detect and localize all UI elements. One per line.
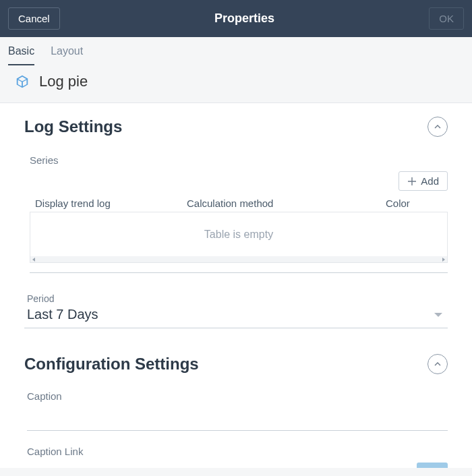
log-settings-title: Log Settings <box>24 117 122 136</box>
caption-input[interactable] <box>27 407 448 431</box>
chevron-up-icon <box>434 123 441 130</box>
collapse-log-settings-button[interactable] <box>427 117 448 137</box>
collapse-config-settings-button[interactable] <box>427 354 448 374</box>
object-title-row: Log pie <box>0 66 472 102</box>
series-block: Series Add Display trend log Calculation… <box>30 154 448 273</box>
table-horizontal-scrollbar[interactable] <box>30 256 448 263</box>
plus-icon <box>407 177 417 186</box>
tab-bar: Basic Layout <box>0 37 472 66</box>
tab-layout[interactable]: Layout <box>51 37 83 65</box>
col-display-trend-log: Display trend log <box>35 198 187 209</box>
ok-button[interactable]: OK <box>429 7 464 30</box>
caption-field: Caption <box>27 390 448 431</box>
period-field: Period Last 7 Days <box>24 285 448 328</box>
col-color: Color <box>386 198 442 209</box>
null-button[interactable]: Null <box>417 463 448 468</box>
caption-label: Caption <box>27 390 448 402</box>
caption-link-field: Caption Link Null <box>27 446 448 468</box>
tab-basic[interactable]: Basic <box>8 37 34 65</box>
series-label: Series <box>30 154 448 166</box>
table-body-empty: Table is empty <box>30 212 448 256</box>
section-log-settings: Log Settings Series Add Display trend lo… <box>0 103 472 335</box>
period-label: Period <box>27 293 445 304</box>
add-button-label: Add <box>421 175 439 187</box>
object-title: Log pie <box>39 73 88 90</box>
dialog-header: Cancel Properties OK <box>0 0 472 37</box>
caption-link-label: Caption Link <box>27 446 448 457</box>
table-header: Display trend log Calculation method Col… <box>30 195 448 212</box>
period-value: Last 7 Days <box>27 307 98 322</box>
content-scroll[interactable]: Log Settings Series Add Display trend lo… <box>0 103 472 468</box>
series-table: Display trend log Calculation method Col… <box>30 195 448 263</box>
folder-icon[interactable] <box>396 467 410 469</box>
chevron-up-icon <box>434 361 441 367</box>
cancel-button[interactable]: Cancel <box>8 7 60 30</box>
series-divider <box>30 272 448 273</box>
cube-icon <box>15 74 30 89</box>
col-calculation-method: Calculation method <box>187 198 386 209</box>
chevron-down-icon <box>434 313 442 317</box>
period-dropdown[interactable]: Last 7 Days <box>27 304 445 326</box>
section-configuration-settings: Configuration Settings Caption Caption L… <box>0 335 472 468</box>
dialog-title: Properties <box>214 11 274 26</box>
add-series-button[interactable]: Add <box>399 171 448 191</box>
configuration-settings-title: Configuration Settings <box>24 355 199 374</box>
